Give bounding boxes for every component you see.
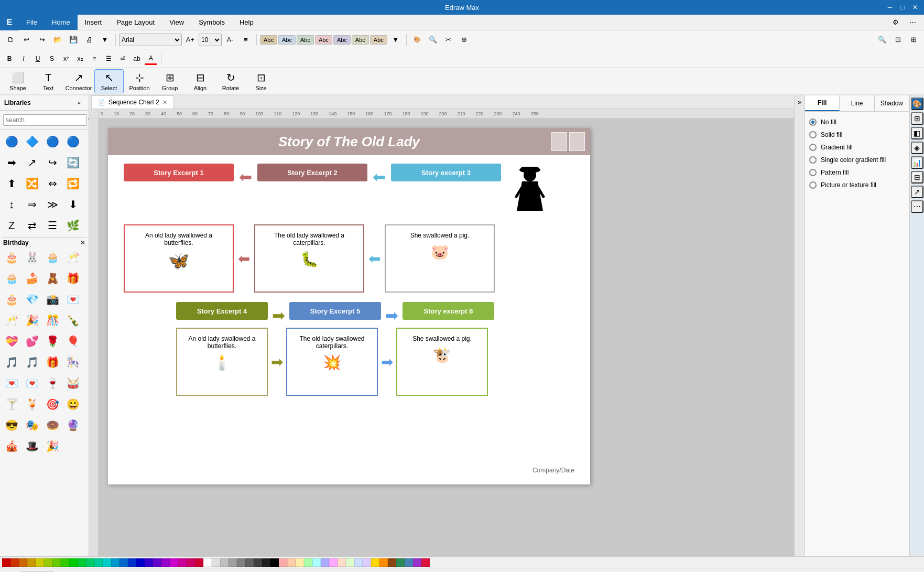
save-button[interactable]: 💾 <box>66 33 81 47</box>
color-purple[interactable] <box>161 558 170 567</box>
color-lavender[interactable] <box>321 558 329 567</box>
color-dark-blue[interactable] <box>128 558 136 567</box>
lib-icon-19[interactable]: ☰ <box>43 216 62 235</box>
diagram-tab[interactable]: 📄 Sequence Chart 2 ✕ <box>91 95 174 109</box>
color-pure-green[interactable] <box>69 558 78 567</box>
birthday-icon-16[interactable]: 🍾 <box>63 311 82 330</box>
lib-icon-11[interactable]: ⇔ <box>43 174 62 193</box>
color-crimson2[interactable] <box>421 558 430 567</box>
lib-icon-12[interactable]: 🔁 <box>63 174 82 193</box>
color-cyan[interactable] <box>103 558 111 567</box>
lib-icon-8[interactable]: 🔄 <box>63 153 82 172</box>
tab-close-btn[interactable]: ✕ <box>162 99 167 106</box>
color-crimson[interactable] <box>195 558 203 567</box>
birthday-icon-14[interactable]: 🎉 <box>23 311 41 330</box>
no-fill-radio[interactable] <box>809 118 817 126</box>
birthday-icon-37[interactable]: 🎪 <box>2 437 21 456</box>
lib-icon-4[interactable]: 🔵 <box>63 132 82 151</box>
color-dark-gray[interactable] <box>245 558 254 567</box>
lib-icon-6[interactable]: ↗ <box>23 153 41 172</box>
no-fill-option[interactable]: No fill <box>809 116 905 128</box>
color-red[interactable] <box>2 558 10 567</box>
more-button[interactable]: ⋯ <box>905 15 920 30</box>
italic-btn[interactable]: I <box>17 52 30 65</box>
birthday-icon-35[interactable]: 🍩 <box>43 416 62 435</box>
size-tool[interactable]: ⊡ Size <box>246 69 276 93</box>
menu-insert[interactable]: Insert <box>78 15 110 30</box>
fill-tab[interactable]: Fill <box>805 95 840 111</box>
birthday-icon-28[interactable]: 🥁 <box>63 374 82 393</box>
lib-icon-1[interactable]: 🔵 <box>2 132 21 151</box>
abc-style-7[interactable]: Abc <box>370 35 387 45</box>
grid-btn[interactable]: ⊞ <box>906 33 921 47</box>
lib-icon-5[interactable]: ➡ <box>2 153 21 172</box>
lib-icon-9[interactable]: ⬆ <box>2 174 21 193</box>
undo-button[interactable]: ↩ <box>19 33 34 47</box>
rotate-tool[interactable]: ↻ Rotate <box>216 69 245 93</box>
menu-view[interactable]: View <box>162 15 191 30</box>
color-dark-red[interactable] <box>10 558 19 567</box>
birthday-icon-19[interactable]: 🌹 <box>43 332 62 351</box>
birthday-icon-38[interactable]: 🎩 <box>23 437 41 456</box>
close-button[interactable]: ✕ <box>910 3 920 12</box>
case-btn[interactable]: ab <box>131 52 143 65</box>
layers-icon-btn[interactable]: ◧ <box>911 127 923 139</box>
shapes-icon-btn[interactable]: ⊞ <box>911 112 923 125</box>
lib-icon-20[interactable]: 🌿 <box>63 216 82 235</box>
font-color-btn[interactable]: A <box>145 52 157 65</box>
pattern-fill-radio[interactable] <box>809 169 817 176</box>
fill-icon-btn[interactable]: 🎨 <box>911 98 923 110</box>
menu-file[interactable]: File <box>19 15 45 30</box>
color-mint[interactable] <box>86 558 94 567</box>
toolbar-search-btn[interactable]: 🔍 <box>875 33 889 47</box>
birthday-icon-8[interactable]: 🎁 <box>63 269 82 288</box>
birthday-icon-24[interactable]: 🎠 <box>63 353 82 372</box>
birthday-icon-36[interactable]: 🔮 <box>63 416 82 435</box>
birthday-icon-25[interactable]: 💌 <box>2 374 21 393</box>
color-navy[interactable] <box>136 558 145 567</box>
abc-style-6[interactable]: Abc <box>352 35 369 45</box>
main-canvas[interactable]: Story of The Old Lady <box>99 118 794 556</box>
color-near-black[interactable] <box>262 558 270 567</box>
wrap-btn[interactable]: ⏎ <box>116 52 129 65</box>
color-cream[interactable] <box>296 558 304 567</box>
color-mid-gray[interactable] <box>237 558 245 567</box>
color-brown[interactable] <box>388 558 396 567</box>
birthday-icon-29[interactable]: 🍸 <box>2 395 21 414</box>
font-size-down[interactable]: A- <box>223 33 237 47</box>
page-nav-btn[interactable]: ⊞ <box>4 570 16 573</box>
color-bright-green[interactable] <box>61 558 69 567</box>
color-peach[interactable] <box>287 558 296 567</box>
color-dark-orchid[interactable] <box>413 558 421 567</box>
color-blue[interactable] <box>119 558 128 567</box>
birthday-icon-31[interactable]: 🎯 <box>43 395 62 414</box>
color-sea-green[interactable] <box>396 558 405 567</box>
maximize-button[interactable]: □ <box>898 3 907 12</box>
color-hot-pink[interactable] <box>187 558 195 567</box>
underline-btn[interactable]: U <box>31 52 44 65</box>
list-btn[interactable]: ≡ <box>88 52 101 65</box>
single-gradient-fill-option[interactable]: Single color gradient fill <box>809 154 905 166</box>
color-orange-red[interactable] <box>19 558 27 567</box>
birthday-icon-20[interactable]: 🎈 <box>63 332 82 351</box>
align-left-btn[interactable]: ≡ <box>238 33 253 47</box>
birthday-icon-15[interactable]: 🎊 <box>43 311 62 330</box>
zoom-out-btn[interactable]: − <box>832 569 847 573</box>
more-quick-btn[interactable]: ▼ <box>97 33 112 47</box>
abc-style-4[interactable]: Abc <box>315 35 332 45</box>
list2-btn[interactable]: ☰ <box>102 52 115 65</box>
color-magenta[interactable] <box>170 558 178 567</box>
lib-icon-7[interactable]: ↪ <box>43 153 62 172</box>
color-salmon[interactable] <box>338 558 346 567</box>
menu-page-layout[interactable]: Page Layout <box>109 15 162 30</box>
color-light-gray[interactable] <box>212 558 220 567</box>
birthday-icon-9[interactable]: 🎂 <box>2 290 21 309</box>
lib-icon-15[interactable]: ≫ <box>43 195 62 214</box>
birthday-icon-30[interactable]: 🍹 <box>23 395 41 414</box>
gradient-fill-radio[interactable] <box>809 144 817 151</box>
color-sky-blue[interactable] <box>111 558 119 567</box>
birthday-icon-34[interactable]: 🎭 <box>23 416 41 435</box>
color-steel-blue[interactable] <box>405 558 413 567</box>
position-tool[interactable]: ⊹ Position <box>125 69 154 93</box>
birthday-icon-23[interactable]: 🎁 <box>43 353 62 372</box>
